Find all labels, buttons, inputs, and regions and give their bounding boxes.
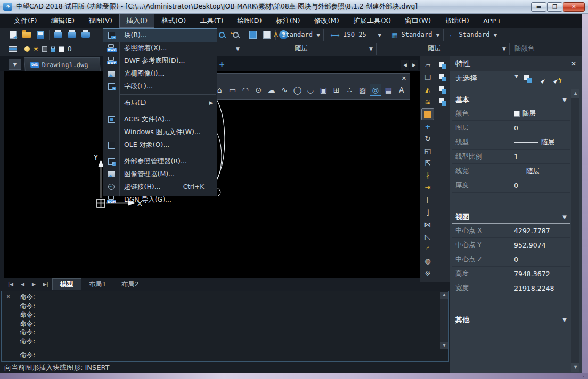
mirror-icon[interactable]: ◭ — [421, 84, 434, 96]
resize-grip[interactable]: ⋰ — [581, 374, 586, 379]
chamfer-icon[interactable]: ◺ — [421, 230, 434, 243]
section-view[interactable]: 视图 ▼ — [452, 211, 570, 224]
menu-file[interactable]: 文件(F) — [7, 14, 44, 27]
scroll-up-icon[interactable]: ▲ — [571, 89, 579, 98]
offset-icon[interactable]: ≋ — [421, 96, 434, 108]
next-tab-icon[interactable]: ▶ — [28, 282, 39, 287]
publish-icon[interactable] — [80, 30, 91, 40]
command-close-icon[interactable]: ✕ — [6, 293, 11, 300]
copy-clip-icon[interactable] — [436, 59, 449, 71]
layer-manager-icon[interactable] — [7, 44, 18, 55]
arc-icon[interactable]: ◠ — [240, 84, 251, 96]
make-block-icon[interactable]: ⊞ — [331, 84, 342, 96]
blend-icon[interactable]: ◍ — [421, 255, 434, 267]
linetype-dropdown[interactable]: 随层 ▼ — [245, 43, 377, 55]
command-window[interactable]: ✕ 命令: 命令: 命令: 命令: 命令: 命令: 命令: ▲ ▼ — [1, 291, 449, 362]
break-icon[interactable]: ⌋ — [421, 206, 434, 218]
menu-item-acis-file[interactable]: ACIS 文件(A)... — [103, 113, 217, 126]
toolbar-scroll-right-icon[interactable]: ▶ — [410, 60, 418, 70]
menu-item-dgn-import[interactable]: DGN DGN 导入(G)... — [103, 193, 217, 206]
close-button[interactable]: ✕ — [563, 2, 585, 12]
menu-item-raster-image[interactable]: 光栅图像(I)... — [103, 67, 217, 80]
quick-select-icon[interactable]: ►ϟ — [552, 75, 563, 85]
menu-item-hyperlink[interactable]: 超链接(H)... Ctrl+K — [103, 180, 217, 193]
menu-item-dwf-underlay[interactable]: DWF DWF 参考底图(D)... — [103, 54, 217, 67]
copy-icon[interactable]: ❒ — [421, 71, 434, 84]
menu-express-tools[interactable]: 扩展工具(X) — [347, 14, 397, 27]
menu-format[interactable]: 格式(O) — [155, 14, 192, 27]
scroll-up-icon[interactable]: ▲ — [440, 292, 448, 299]
toggle-pickadd-icon[interactable] — [522, 75, 533, 85]
mtext-icon[interactable]: A — [396, 84, 407, 96]
menu-item-image-manager[interactable]: 图像管理器(M)... — [103, 168, 217, 180]
hatch-icon[interactable]: ▨ — [356, 84, 368, 96]
last-tab-icon[interactable]: ▶| — [39, 282, 52, 287]
circle-icon[interactable]: ⊙ — [252, 84, 264, 96]
paste-icon[interactable] — [436, 71, 449, 84]
properties-palette-icon[interactable] — [248, 30, 258, 40]
menu-dimension[interactable]: 标注(N) — [270, 14, 307, 27]
menu-help[interactable]: 帮助(H) — [438, 14, 476, 27]
command-input[interactable]: 命令: — [20, 351, 35, 360]
new-file-icon[interactable]: + — [7, 30, 18, 40]
paste-to-original-icon[interactable] — [436, 96, 449, 108]
array-icon[interactable] — [421, 108, 434, 120]
tab-list-dropdown[interactable]: ▼ — [9, 59, 21, 70]
toolbar-scroll-left-icon[interactable]: ◀ — [401, 60, 409, 70]
first-tab-icon[interactable]: |◀ — [4, 282, 17, 287]
zoom-previous-icon[interactable]: ← — [230, 30, 241, 40]
extend-icon[interactable]: ⇥ — [421, 182, 434, 194]
draw-toolbar-close-icon[interactable]: ✕ — [402, 75, 406, 82]
scale-icon[interactable]: ◱ — [421, 145, 434, 157]
menu-item-windows-metafile[interactable]: Windows 图元文件(W)... — [103, 126, 217, 138]
menu-item-layout[interactable]: 布局(L) ▶ — [103, 96, 217, 109]
menu-edit[interactable]: 编辑(E) — [45, 14, 81, 27]
menu-modify[interactable]: 修改(M) — [308, 14, 346, 27]
break-at-point-icon[interactable]: ⌈ — [421, 194, 434, 206]
properties-scrollbar[interactable]: ▲ ▼ — [571, 89, 579, 372]
menu-item-ole-object[interactable]: OLE 对象(O)... — [103, 138, 217, 151]
restore-button[interactable]: ❐ — [547, 2, 562, 12]
table-icon[interactable]: ▦ — [382, 84, 394, 96]
table-style-dropdown[interactable]: ▦ Standard ▼ — [388, 29, 443, 41]
new-tab-button[interactable]: + — [218, 60, 226, 68]
ellipse-icon[interactable]: ◯ — [291, 84, 303, 96]
menu-draw[interactable]: 绘图(D) — [231, 14, 268, 27]
select-objects-icon[interactable]: ► — [537, 75, 548, 85]
prev-tab-icon[interactable]: ◀ — [17, 282, 28, 287]
gradient-icon[interactable]: ◎ — [370, 84, 381, 96]
mleader-style-dropdown[interactable]: ⌐ Standard ▼ — [447, 29, 501, 41]
zoom-realtime-icon[interactable] — [216, 30, 227, 40]
explode-icon[interactable]: ※ — [421, 267, 434, 279]
scroll-down-icon[interactable]: ▼ — [440, 342, 448, 349]
revision-cloud-icon[interactable]: ☁ — [266, 84, 277, 96]
print-icon[interactable] — [53, 30, 63, 40]
rotate-icon[interactable]: ↻ — [421, 133, 434, 145]
fillet-icon[interactable]: ◜ — [421, 243, 434, 255]
menu-insert[interactable]: 插入(I) — [120, 14, 154, 27]
minimize-button[interactable]: ▬ — [531, 2, 546, 12]
print-preview-icon[interactable] — [67, 30, 77, 40]
lineweight-dropdown[interactable]: 随层 ▼ — [378, 43, 510, 55]
layer-dropdown[interactable]: ☀ 0 — [21, 43, 101, 55]
open-file-icon[interactable] — [21, 30, 32, 40]
point-icon[interactable]: ∴ — [344, 84, 355, 96]
section-basic[interactable]: 基本 ▼ — [452, 94, 570, 106]
menu-app-plus[interactable]: APP+ — [477, 15, 508, 27]
text-style-dropdown[interactable]: A Standard ▼ — [271, 29, 324, 41]
move-icon[interactable]: + — [421, 120, 434, 133]
command-scrollbar[interactable]: ▲ ▼ — [440, 292, 448, 349]
menu-tools[interactable]: 工具(T) — [193, 14, 230, 27]
rectangle-icon[interactable]: ▭ — [226, 84, 238, 96]
tab-layout2[interactable]: 布局2 — [114, 279, 146, 290]
properties-close-icon[interactable]: ✕ — [571, 60, 576, 68]
paste-as-block-icon[interactable] — [436, 84, 449, 96]
trim-icon[interactable]: ∤ — [421, 169, 434, 182]
selection-dropdown[interactable]: 无选择▼ — [455, 73, 518, 85]
scroll-down-icon[interactable]: ▼ — [571, 363, 579, 372]
document-tab[interactable]: DWG Drawing1.dwg — [24, 57, 101, 71]
tab-model[interactable]: 模型 — [52, 278, 81, 290]
tab-layout1[interactable]: 布局1 — [81, 279, 114, 290]
save-icon[interactable] — [35, 30, 46, 40]
erase-icon[interactable]: ▱ — [421, 59, 434, 71]
